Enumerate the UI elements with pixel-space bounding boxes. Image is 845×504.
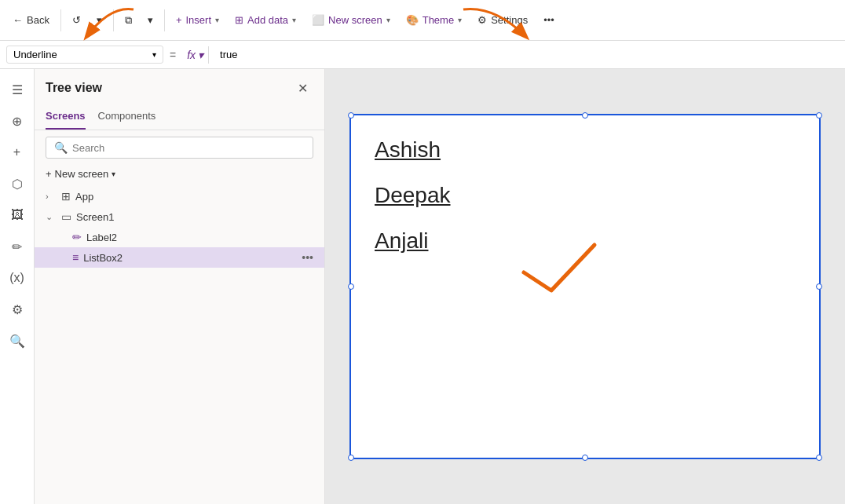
divider-2 (113, 9, 114, 31)
tree-header: Tree view ✕ (35, 69, 324, 105)
fx-chevron: ▾ (198, 49, 203, 61)
layers-icon: ⊕ (12, 114, 22, 129)
listbox2-more-icon[interactable]: ••• (302, 251, 313, 264)
chevron-down-icon: ▾ (97, 14, 102, 26)
search-input-container[interactable]: 🔍 (46, 137, 313, 159)
plus-icon: + (176, 14, 182, 26)
canvas-area: Ashish Deepak Anjali (325, 69, 845, 504)
plus-icon-tree: + (46, 168, 52, 180)
label-icon: ✏ (72, 231, 82, 243)
equals-sign: = (170, 49, 176, 61)
property-chevron: ▾ (152, 50, 156, 59)
new-screen-tree-button[interactable]: + New screen ▾ (35, 165, 324, 186)
fx-button[interactable]: fx ▾ (182, 46, 209, 64)
copy-icon: ⧉ (125, 14, 132, 27)
divider-3 (164, 9, 165, 31)
newscreen-chevron: ▾ (386, 16, 390, 24)
screen1-label: Screen1 (76, 211, 313, 223)
tree-item-screen1[interactable]: ⌄ ▭ Screen1 (35, 206, 324, 227)
top-toolbar: ← Back ↺ ▾ ⧉ ▾ + Insert ▾ ⊞ Add data ▾ ⬜… (0, 0, 845, 41)
insert-chevron: ▾ (215, 16, 219, 24)
label2-label: Label2 (86, 232, 313, 243)
handle-tc[interactable] (582, 112, 588, 119)
tree-item-label2[interactable]: ✏ Label2 (35, 227, 324, 247)
tree-item-app[interactable]: › ⊞ App (35, 186, 324, 206)
media-icon: 🖼 (11, 208, 24, 222)
app-icon: ⊞ (61, 190, 71, 203)
search-icon-btn[interactable]: 🔍 (3, 327, 31, 355)
theme-chevron: ▾ (458, 16, 462, 24)
search-icon: 🔍 (9, 334, 25, 349)
tree-close-button[interactable]: ✕ (291, 77, 313, 99)
handle-ml[interactable] (348, 283, 354, 290)
controls-icon: ⚙ (12, 302, 23, 317)
tree-item-listbox2[interactable]: ≡ ListBox2 ••• (35, 247, 324, 268)
add-icon-btn[interactable]: + (3, 138, 31, 166)
new-screen-button[interactable]: ⬜ New screen ▾ (305, 10, 397, 30)
tree-panel: Tree view ✕ Screens Components 🔍 + New s… (35, 69, 325, 504)
handle-bl[interactable] (348, 455, 354, 461)
menu-icon: ☰ (12, 82, 23, 97)
app-label: App (75, 191, 313, 203)
more-button[interactable]: ••• (537, 10, 561, 30)
theme-icon: 🎨 (406, 14, 419, 26)
tree-search-bar: 🔍 (35, 130, 324, 165)
handle-tr[interactable] (816, 112, 822, 119)
screen-icon: ▭ (61, 210, 71, 223)
add-data-button[interactable]: ⊞ Add data ▾ (229, 10, 302, 30)
layers-icon-btn[interactable]: ⊕ (3, 107, 31, 135)
icon-bar: ☰ ⊕ + ⬡ 🖼 ✏ (x) ⚙ 🔍 (0, 69, 35, 504)
canvas-list-item-2: Deepak (375, 177, 796, 214)
listbox2-label: ListBox2 (83, 252, 297, 264)
property-dropdown[interactable]: Underline ▾ (6, 46, 163, 64)
back-button[interactable]: ← Back (6, 10, 56, 30)
copy-dropdown-button[interactable]: ▾ (141, 10, 159, 30)
tree-tabs: Screens Components (35, 105, 324, 130)
copy-button[interactable]: ⧉ (119, 10, 138, 31)
undo-icon: ↺ (72, 14, 81, 26)
divider-1 (60, 9, 61, 31)
handle-br[interactable] (816, 455, 822, 461)
canvas-list-item-1: Ashish (375, 131, 796, 169)
formula-value: true (215, 47, 839, 62)
property-value: Underline (13, 49, 57, 60)
canvas-screen[interactable]: Ashish Deepak Anjali (349, 114, 821, 459)
expand-icon-app: › (46, 192, 57, 201)
listbox-icon: ≡ (72, 251, 79, 264)
undo-dropdown-button[interactable]: ▾ (90, 10, 108, 30)
back-icon: ← (13, 14, 23, 26)
pen-icon-btn[interactable]: ✏ (3, 232, 31, 261)
chevron-down-icon-2: ▾ (148, 14, 153, 26)
add-icon: + (13, 145, 20, 159)
handle-mr[interactable] (816, 283, 822, 290)
adddata-chevron: ▾ (292, 16, 296, 24)
tab-screens[interactable]: Screens (46, 105, 86, 130)
media-icon-btn[interactable]: 🖼 (3, 201, 31, 229)
variable-icon-btn[interactable]: (x) (3, 264, 31, 292)
tab-components[interactable]: Components (98, 105, 156, 130)
tree-items: › ⊞ App ⌄ ▭ Screen1 ✏ Label2 ≡ ListBox2 (35, 186, 324, 504)
canvas-list: Ashish Deepak Anjali (351, 115, 819, 276)
canvas-list-item-3: Anjali (375, 222, 796, 260)
undo-button[interactable]: ↺ (66, 10, 87, 30)
theme-button[interactable]: 🎨 Theme ▾ (400, 10, 468, 30)
expand-icon-screen1: ⌄ (46, 212, 57, 222)
search-input[interactable] (72, 142, 305, 154)
new-screen-chevron: ▾ (112, 170, 115, 178)
formula-bar: Underline ▾ = fx ▾ true (0, 41, 845, 69)
fx-label: fx (187, 49, 196, 61)
menu-icon-btn[interactable]: ☰ (3, 75, 31, 104)
shapes-icon: ⬡ (12, 177, 23, 192)
handle-tl[interactable] (348, 112, 354, 119)
main-area: ☰ ⊕ + ⬡ 🖼 ✏ (x) ⚙ 🔍 Tree view ✕ (0, 69, 845, 504)
pen-icon: ✏ (12, 239, 22, 254)
table-icon: ⊞ (235, 14, 243, 26)
shapes-icon-btn[interactable]: ⬡ (3, 170, 31, 198)
more-icon: ••• (543, 14, 554, 26)
variable-icon: (x) (9, 271, 24, 285)
newscreen-icon: ⬜ (312, 14, 324, 26)
settings-button[interactable]: ⚙ Settings (471, 10, 534, 30)
handle-bc[interactable] (582, 455, 588, 461)
controls-icon-btn[interactable]: ⚙ (3, 295, 31, 323)
insert-button[interactable]: + Insert ▾ (170, 10, 225, 30)
